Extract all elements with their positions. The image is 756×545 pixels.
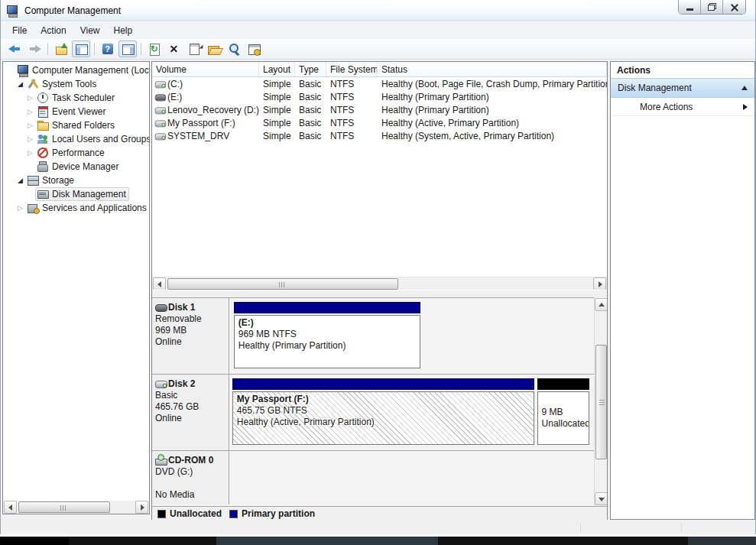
help-button[interactable] (99, 41, 117, 57)
delete-button[interactable] (165, 41, 183, 57)
restore-button[interactable] (701, 0, 723, 14)
open-button[interactable] (205, 41, 223, 57)
main-area: Computer Management (Local)System ToolsT… (1, 60, 755, 521)
refresh-button[interactable] (145, 41, 164, 57)
taskbar-strip (0, 537, 756, 545)
properties-button[interactable] (185, 41, 203, 57)
column-header-file-system[interactable]: File System (326, 62, 378, 76)
close-button[interactable] (723, 0, 745, 14)
volume-row-c[interactable]: (C:)SimpleBasicNTFSHealthy (Boot, Page F… (152, 77, 607, 90)
menu-action[interactable]: Action (34, 23, 73, 38)
tree-horizontal-scrollbar[interactable] (3, 501, 149, 514)
tree-item-computer-management-local[interactable]: Computer Management (Local) (3, 63, 149, 77)
tree-item-label: Local Users and Groups (52, 134, 149, 144)
scroll-down-button[interactable] (595, 492, 607, 505)
disk-label-disk-2[interactable]: Disk 2Basic465.76 GBOnline (152, 375, 229, 450)
partition-e[interactable]: (E:)969 MB NTFSHealthy (Primary Partitio… (234, 302, 420, 368)
up-one-level-button[interactable] (52, 41, 70, 57)
tree-item-label: Services and Applications (42, 203, 147, 213)
expander-icon[interactable] (25, 149, 35, 157)
expander-icon[interactable] (15, 80, 25, 88)
actions-group-disk-management[interactable]: Disk Management (611, 79, 754, 98)
manage-button[interactable] (245, 41, 263, 57)
scroll-left-button[interactable] (4, 501, 17, 514)
volume-status: Healthy (Primary Partition) (378, 92, 607, 102)
expander-icon[interactable] (15, 204, 25, 212)
tree-item-disk-management[interactable]: Disk Management (3, 187, 149, 201)
back-button[interactable] (5, 41, 24, 57)
scroll-right-button[interactable] (135, 501, 148, 514)
scroll-up-button[interactable] (595, 298, 607, 311)
partition-status: Healthy (Active, Primary Partition) (237, 417, 530, 428)
column-header-status[interactable]: Status (378, 62, 607, 76)
column-header-type[interactable]: Type (295, 62, 326, 76)
expander-icon[interactable] (15, 177, 25, 184)
disk-info-line: No Media (155, 489, 227, 501)
volume-file-system: NTFS (326, 92, 378, 102)
partition-legend: UnallocatedPrimary partition (152, 506, 607, 521)
disk-graph-disk-2: My Passport (F:)465.75 GB NTFSHealthy (A… (229, 375, 594, 450)
tree-item-device-manager[interactable]: Device Manager (3, 160, 149, 174)
partition-unallocated[interactable]: 9 MBUnallocated (537, 378, 590, 445)
forward-button[interactable] (25, 41, 44, 57)
volume-row-e[interactable]: (E:)SimpleBasicNTFSHealthy (Primary Part… (152, 90, 607, 103)
volume-list-horizontal-scrollbar[interactable] (152, 277, 607, 290)
scroll-left-button[interactable] (153, 277, 166, 290)
shared-folders-icon (37, 119, 49, 131)
volume-name: SYSTEM_DRV (167, 131, 229, 141)
scrollbar-thumb[interactable] (18, 501, 110, 513)
volume-row-lenovo-recovery-d[interactable]: Lenovo_Recovery (D:)SimpleBasicNTFSHealt… (152, 103, 607, 116)
expander-icon[interactable] (25, 108, 35, 115)
primary-partition-swatch (229, 510, 238, 518)
scrollbar-thumb[interactable] (595, 345, 607, 459)
drive-icon (155, 105, 166, 115)
collapse-icon[interactable] (741, 86, 748, 90)
more-actions-label: More Actions (640, 102, 743, 112)
title-bar[interactable]: Computer Management (1, 0, 755, 21)
view-button[interactable] (225, 41, 243, 57)
scroll-right-button[interactable] (593, 277, 606, 290)
drive-dark-icon (155, 301, 167, 313)
partition-size: 465.75 GB NTFS (237, 405, 530, 417)
tree-item-label: Performance (52, 148, 105, 158)
tree-item-system-tools[interactable]: System Tools (3, 77, 149, 91)
volume-layout: Simple (259, 105, 295, 115)
disk-label-cd-rom-0[interactable]: CD-ROM 0DVD (G:)No Media (152, 451, 229, 504)
column-header-layout[interactable]: Layout (259, 62, 295, 76)
column-header-volume[interactable]: Volume (152, 62, 259, 76)
toolbar-separator (141, 43, 141, 55)
menu-view[interactable]: View (73, 23, 107, 38)
minimize-button[interactable] (679, 0, 701, 14)
menu-file[interactable]: File (5, 23, 34, 38)
tree-item-services-and-applications[interactable]: Services and Applications (3, 201, 149, 215)
tree-item-local-users-and-groups[interactable]: Local Users and Groups (3, 132, 149, 146)
more-actions-item[interactable]: More Actions (611, 98, 754, 116)
show-hide-action-pane-button[interactable] (118, 41, 137, 57)
tree-item-performance[interactable]: Performance (3, 146, 149, 160)
actions-pane: Actions Disk Management More Actions (610, 61, 755, 520)
expander-icon[interactable] (25, 122, 35, 129)
tree-item-label: Disk Management (52, 189, 126, 200)
pane-splitter[interactable] (152, 290, 607, 297)
tree-item-storage[interactable]: Storage (3, 174, 149, 187)
tools-icon (27, 78, 39, 90)
volume-status: Healthy (Primary Partition) (378, 105, 607, 115)
drive-icon (155, 79, 166, 89)
expander-icon[interactable] (25, 135, 35, 143)
tree-item-event-viewer[interactable]: Event Viewer (3, 105, 149, 118)
disk-label-disk-1[interactable]: Disk 1Removable969 MBOnline (152, 298, 229, 374)
expander-icon[interactable] (25, 94, 35, 102)
volume-row-system-drv[interactable]: SYSTEM_DRVSimpleBasicNTFSHealthy (System… (152, 129, 607, 142)
partition-type-bar (232, 378, 534, 390)
menu-help[interactable]: Help (107, 23, 140, 38)
volume-row-my-passport-f[interactable]: My Passport (F:)SimpleBasicNTFSHealthy (… (152, 116, 607, 129)
scrollbar-thumb[interactable] (167, 278, 398, 290)
show-hide-console-tree-button[interactable] (72, 41, 90, 57)
tree-item-task-scheduler[interactable]: Task Scheduler (3, 91, 149, 105)
volume-name: (E:) (167, 92, 182, 102)
tree-item-shared-folders[interactable]: Shared Folders (3, 118, 149, 132)
disk-view-vertical-scrollbar[interactable] (594, 297, 607, 506)
drive-icon (155, 378, 167, 390)
partition-my-passport-f[interactable]: My Passport (F:)465.75 GB NTFSHealthy (A… (232, 378, 534, 445)
tree-item-label: Task Scheduler (52, 92, 115, 103)
